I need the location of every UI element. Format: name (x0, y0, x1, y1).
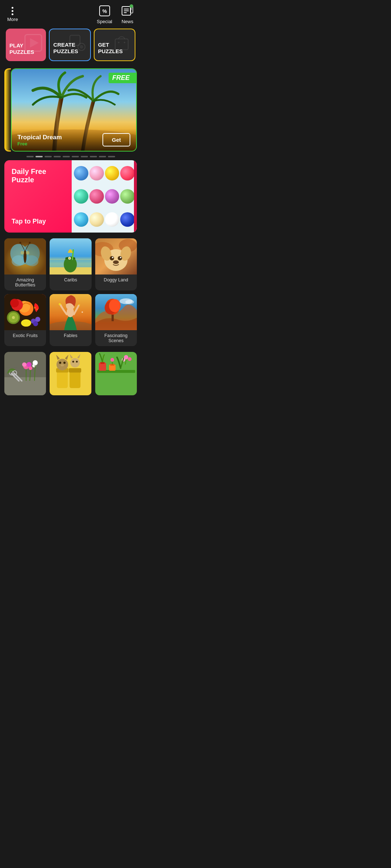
svg-point-81 (22, 362, 26, 367)
category-card-butterflies[interactable]: Amazing Butterflies (4, 238, 46, 290)
category-card-doggy[interactable]: Doggy Land (95, 238, 137, 290)
fables-label: Fables (50, 330, 91, 341)
carousel-dot[interactable] (45, 156, 52, 157)
daily-cta: Tap to Play (12, 218, 64, 225)
svg-rect-100 (99, 363, 106, 371)
daily-free-section: Daily Free Puzzle Tap to Play (0, 160, 141, 233)
special-label: Special (97, 19, 112, 24)
caribs-image (50, 238, 91, 275)
fascinating-image (95, 294, 137, 330)
svg-rect-8 (131, 9, 132, 9)
daily-right-panel (72, 160, 137, 233)
category-section: Amazing Butterflies (0, 233, 141, 352)
featured-title: Tropical Dream (17, 134, 62, 141)
doggy-label: Doggy Land (95, 275, 137, 285)
app-header: More % Special News (0, 0, 141, 27)
carousel-dot-active[interactable] (35, 156, 43, 157)
svg-point-60 (33, 321, 38, 326)
daily-accent (134, 160, 137, 233)
svg-text:%: % (102, 8, 107, 14)
svg-point-66 (59, 303, 61, 305)
get-puzzles-button[interactable]: GETPUZZLES (94, 29, 135, 61)
svg-point-59 (35, 317, 40, 322)
category-card-fascinating[interactable]: Fascinating Scenes (95, 294, 137, 346)
svg-rect-90 (69, 368, 81, 373)
carousel-dot[interactable] (26, 156, 34, 157)
carousel-dot[interactable] (63, 156, 70, 157)
svg-rect-4 (124, 10, 129, 11)
more-menu-button[interactable]: More (7, 7, 18, 22)
featured-puzzle-card[interactable]: FREE Tropical Dream Free Get (11, 68, 137, 152)
get-button-label: GETPUZZLES (98, 42, 131, 55)
svg-point-27 (21, 251, 24, 255)
special-icon: % (98, 4, 111, 17)
yarn-ball (105, 189, 119, 204)
svg-point-94 (60, 364, 64, 366)
featured-info-bar: Tropical Dream Free Get (12, 129, 136, 151)
carousel-dot[interactable] (90, 156, 97, 157)
play-button-label: PLAYPUZZLES (9, 42, 42, 55)
carousel-dot[interactable] (72, 156, 79, 157)
svg-point-36 (69, 258, 70, 259)
news-button[interactable]: News (121, 4, 134, 24)
featured-section: FREE Tropical Dream Free Get (0, 68, 141, 152)
featured-get-button[interactable]: Get (102, 133, 130, 146)
svg-point-26 (29, 242, 31, 243)
carousel-dot[interactable] (108, 156, 115, 157)
more-label: More (7, 17, 18, 22)
news-label: News (122, 19, 134, 24)
yarn-ball (74, 189, 88, 204)
svg-point-45 (112, 257, 113, 258)
svg-point-93 (63, 362, 66, 364)
yarn-ball (120, 189, 135, 204)
carousel-dots (0, 156, 141, 157)
yarn-ball (89, 212, 104, 227)
partial-card-shelf[interactable] (95, 352, 137, 395)
create-puzzles-button[interactable]: CREATEPUZZLES (49, 29, 91, 61)
special-button[interactable]: % Special (97, 4, 112, 24)
daily-free-card[interactable]: Daily Free Puzzle Tap to Play (4, 160, 137, 233)
svg-point-28 (26, 251, 29, 255)
butterflies-image (4, 238, 46, 275)
svg-point-47 (113, 260, 119, 264)
category-card-fables[interactable]: Fables (50, 294, 91, 346)
play-puzzles-button[interactable]: PLAYPUZZLES (6, 29, 46, 61)
yarn-ball (105, 212, 119, 227)
partial-card-flowers[interactable] (4, 352, 46, 395)
svg-rect-3 (124, 9, 129, 9)
category-card-fruits[interactable]: Exotic Fruits (4, 294, 46, 346)
svg-point-104 (110, 358, 114, 362)
category-grid: Amazing Butterflies (4, 238, 137, 346)
caribs-label: Caribs (50, 275, 91, 285)
svg-point-97 (76, 361, 78, 362)
svg-point-83 (29, 366, 32, 370)
yarn-ball (120, 166, 135, 180)
svg-point-55 (37, 309, 38, 310)
svg-point-54 (34, 307, 35, 309)
yarn-grid (72, 160, 137, 233)
svg-rect-5 (124, 12, 127, 13)
partial-card-cats[interactable] (50, 352, 91, 395)
category-card-caribs[interactable]: Caribs (50, 238, 91, 290)
daily-left-panel: Daily Free Puzzle Tap to Play (4, 160, 72, 233)
carousel-dot[interactable] (81, 156, 88, 157)
partial-bottom-row (0, 352, 141, 403)
fables-image (50, 294, 91, 330)
svg-point-61 (21, 319, 31, 327)
svg-point-68 (82, 311, 83, 313)
svg-point-43 (110, 256, 114, 260)
yarn-ball (74, 166, 88, 180)
svg-point-67 (79, 304, 80, 306)
svg-rect-88 (70, 370, 80, 388)
svg-point-106 (128, 357, 131, 361)
carousel-dot[interactable] (54, 156, 61, 157)
svg-point-44 (118, 256, 122, 260)
svg-point-25 (20, 242, 21, 243)
yarn-ball (120, 212, 135, 227)
carousel-dot[interactable] (99, 156, 106, 157)
svg-point-51 (12, 316, 15, 319)
yarn-ball (89, 189, 104, 204)
svg-point-46 (120, 257, 121, 258)
fascinating-label: Fascinating Scenes (95, 330, 137, 346)
doggy-image (95, 238, 137, 275)
